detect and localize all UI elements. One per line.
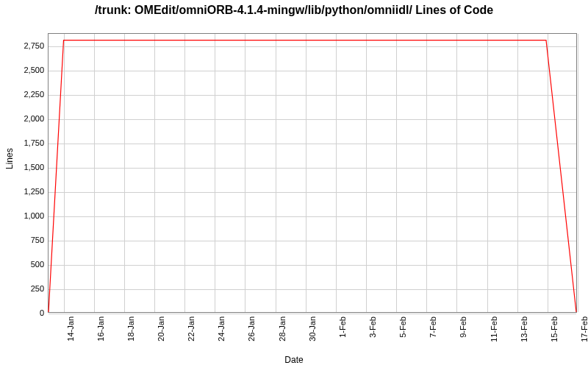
plot-area	[48, 33, 577, 313]
x-tick-label: 7-Feb	[429, 316, 437, 338]
x-tick-label: 3-Feb	[368, 316, 377, 338]
y-tick-label: 2,000	[7, 114, 44, 123]
x-axis-label: Date	[0, 355, 588, 365]
x-tick-label: 11-Feb	[490, 316, 498, 342]
x-tick-label: 9-Feb	[459, 316, 467, 338]
y-tick-label: 2,750	[7, 41, 44, 50]
gridline-h	[49, 314, 576, 314]
x-tick-label: 16-Jan	[96, 316, 105, 342]
x-tick-label: 1-Feb	[338, 316, 347, 338]
y-tick-label: 2,500	[7, 66, 44, 74]
x-tick-label: 26-Jan	[247, 316, 256, 342]
data-line	[49, 34, 576, 312]
x-tick-label: 15-Feb	[550, 316, 559, 342]
y-tick-label: 250	[7, 284, 44, 293]
y-tick-label: 1,250	[7, 187, 44, 196]
x-tick-label: 20-Jan	[157, 316, 165, 342]
y-tick-label: 0	[7, 308, 44, 317]
gridline-v	[578, 34, 578, 312]
y-tick-label: 750	[7, 236, 44, 244]
x-tick-label: 22-Jan	[187, 316, 196, 342]
y-tick-label: 1,000	[7, 211, 44, 220]
x-tick-label: 13-Feb	[520, 316, 528, 342]
x-tick-label: 18-Jan	[126, 316, 135, 342]
x-tick-label: 30-Jan	[308, 316, 317, 342]
y-tick-label: 1,500	[7, 163, 44, 171]
x-tick-label: 28-Jan	[278, 316, 287, 342]
y-tick-label: 1,750	[7, 138, 44, 147]
x-tick-label: 5-Feb	[398, 316, 407, 338]
y-tick-label: 500	[7, 260, 44, 269]
x-tick-label: 14-Jan	[66, 316, 75, 342]
y-tick-label: 2,250	[7, 90, 44, 99]
x-tick-label: 17-Feb	[580, 316, 588, 342]
loc-chart: /trunk: OMEdit/omniORB-4.1.4-mingw/lib/p…	[0, 0, 588, 368]
chart-title: /trunk: OMEdit/omniORB-4.1.4-mingw/lib/p…	[0, 3, 588, 18]
x-tick-label: 24-Jan	[217, 316, 226, 342]
